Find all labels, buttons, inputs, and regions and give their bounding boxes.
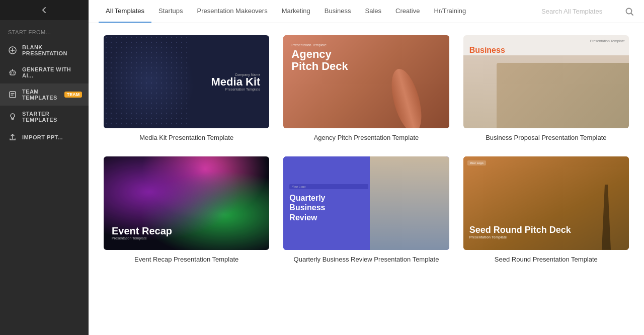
svg-point-7 [12, 69, 13, 70]
back-arrow-icon [40, 6, 48, 14]
quarterly-thumbnail: Your Logo QuarterlyBusinessReview [283, 156, 449, 249]
template-card-event[interactable]: Event Recap Presentation Template Event … [104, 156, 269, 264]
svg-rect-10 [10, 92, 16, 98]
tab-hr[interactable]: Hr/Training [427, 0, 473, 23]
sidebar-item-import[interactable]: IMPORT PPT... [0, 128, 89, 147]
tab-startups[interactable]: Startups [151, 0, 190, 23]
upload-icon [8, 133, 17, 142]
sidebar-item-blank[interactable]: BLANK PRESENTATION [0, 39, 89, 61]
back-button[interactable] [0, 0, 89, 20]
plus-circle-icon [8, 46, 17, 55]
robot-icon [8, 68, 17, 77]
event-thumbnail: Event Recap Presentation Template [104, 156, 269, 249]
import-label: IMPORT PPT... [22, 134, 63, 140]
template-card-seed[interactable]: Your Logo Seed Round Pitch Deck Presenta… [463, 156, 629, 264]
tab-creative[interactable]: Creative [388, 0, 427, 23]
seed-thumbnail: Your Logo Seed Round Pitch Deck Presenta… [463, 156, 629, 249]
svg-point-4 [11, 72, 12, 73]
tab-all[interactable]: All Templates [99, 0, 151, 23]
template-card-media-kit[interactable]: Company Name Media Kit Presentation Temp… [104, 35, 269, 142]
team-badge: TEAM [64, 92, 83, 98]
svg-point-15 [626, 8, 632, 14]
team-label: TEAM TEMPLATES [22, 89, 57, 101]
svg-line-16 [631, 13, 633, 15]
sidebar-item-team[interactable]: TEAM TEMPLATES TEAM [0, 83, 89, 106]
media-kit-label: Media Kit Presentation Template [104, 133, 269, 142]
blank-label: BLANK PRESENTATION [22, 44, 80, 56]
quarterly-label: Quarterly Business Review Presentation T… [283, 255, 449, 264]
svg-rect-3 [10, 71, 15, 75]
template-card-agency[interactable]: Presentation Template AgencyPitch Deck A… [283, 35, 449, 142]
team-icon [8, 90, 17, 99]
main-content: All Templates Startups Presentation Make… [89, 0, 644, 335]
ai-label: GENERATE WITH AI... [22, 66, 80, 78]
agency-thumbnail: Presentation Template AgencyPitch Deck [283, 35, 449, 128]
search-icon[interactable] [625, 7, 634, 16]
tabs-bar: All Templates Startups Presentation Make… [89, 0, 644, 23]
business-label: Business Proposal Presentation Template [463, 133, 629, 142]
template-card-business[interactable]: Presentation Template BusinessProposal B… [463, 35, 629, 142]
template-card-quarterly[interactable]: Your Logo QuarterlyBusinessReview Quarte… [283, 156, 449, 264]
sidebar-item-starter[interactable]: STARTER TEMPLATES [0, 106, 89, 128]
start-from-label: Start from... [0, 20, 89, 39]
lightbulb-icon [8, 112, 17, 121]
search-input[interactable] [541, 8, 622, 15]
tab-marketing[interactable]: Marketing [275, 0, 317, 23]
tab-business[interactable]: Business [317, 0, 358, 23]
sidebar-item-ai[interactable]: GENERATE WITH AI... [0, 61, 89, 83]
event-label: Event Recap Presentation Template [104, 255, 269, 264]
seed-label: Seed Round Presentation Template [463, 255, 629, 264]
tab-sales[interactable]: Sales [358, 0, 389, 23]
agency-label: Agency Pitch Presentation Template [283, 133, 449, 142]
sidebar: Start from... BLANK PRESENTATION GENERAT… [0, 0, 89, 335]
svg-point-5 [13, 72, 14, 73]
tab-makeovers[interactable]: Presentation Makeovers [190, 0, 275, 23]
search-area [541, 7, 634, 16]
business-thumbnail: Presentation Template BusinessProposal [463, 35, 629, 128]
media-kit-thumbnail: Company Name Media Kit Presentation Temp… [104, 35, 269, 128]
templates-grid: Company Name Media Kit Presentation Temp… [89, 23, 644, 279]
starter-label: STARTER TEMPLATES [22, 111, 80, 123]
